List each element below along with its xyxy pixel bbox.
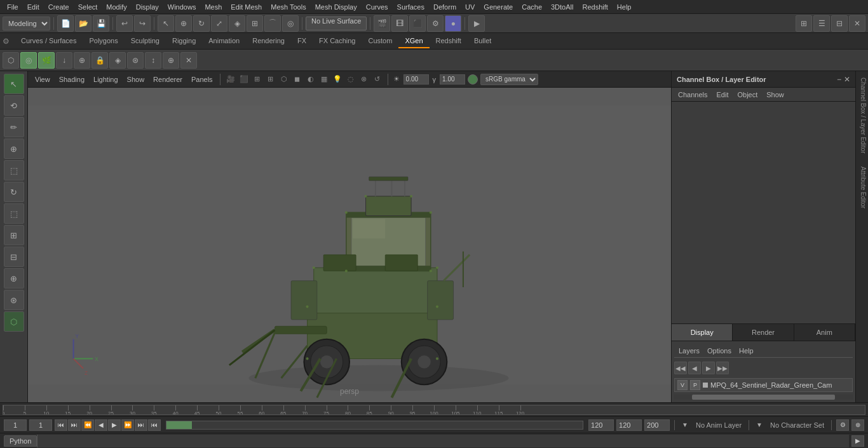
menu-modify[interactable]: Modify: [102, 2, 131, 12]
vp-film-btn[interactable]: ⬛: [238, 73, 250, 86]
play-back-btn[interactable]: ◀: [95, 419, 107, 431]
layer-next-single-btn[interactable]: ▶: [702, 362, 715, 374]
timeline-ruler[interactable]: 0510152025303540455055606570758085909510…: [3, 405, 865, 415]
undo-btn[interactable]: ↩: [116, 15, 133, 32]
tab-animation[interactable]: Animation: [202, 34, 246, 48]
vp-wireframe-btn[interactable]: ⬡: [278, 73, 290, 86]
tab-fx-caching[interactable]: FX Caching: [313, 34, 362, 48]
tab-bullet[interactable]: Bullet: [468, 34, 498, 48]
vp-menu-panels[interactable]: Panels: [188, 74, 216, 85]
menu-mesh-tools[interactable]: Mesh Tools: [266, 2, 310, 12]
xgen-icon3[interactable]: 🌿: [38, 52, 55, 69]
snap-surface-btn[interactable]: ◈: [229, 15, 245, 32]
tab-rendering[interactable]: Rendering: [246, 34, 291, 48]
grid-tool[interactable]: ⊞: [4, 225, 24, 245]
exposure-input[interactable]: [403, 74, 429, 85]
render-circle-btn[interactable]: ●: [445, 15, 461, 32]
xgen-icon10[interactable]: ⊕: [163, 52, 179, 69]
tab-curves-surfaces[interactable]: Curves / Surfaces: [15, 34, 83, 48]
paint-tool[interactable]: ✏: [4, 117, 24, 137]
menu-edit[interactable]: Edit: [23, 2, 44, 12]
add-tool[interactable]: ⊕: [4, 139, 24, 159]
vp-menu-show[interactable]: Show: [124, 74, 148, 85]
tab-xgen[interactable]: XGen: [398, 34, 429, 48]
vp-grid-btn[interactable]: ⊞: [264, 73, 277, 86]
redo-btn[interactable]: ↪: [134, 15, 151, 32]
vp-light-btn[interactable]: 💡: [331, 73, 344, 86]
plus-tool[interactable]: ⊕: [4, 268, 24, 288]
channel-box-edge-label[interactable]: Channel Box / Layer Editor: [856, 71, 868, 160]
python-exec-btn[interactable]: ▶: [851, 435, 864, 447]
channel-box-close[interactable]: ✕: [844, 75, 850, 84]
color-space-select[interactable]: sRGB gamma: [480, 74, 538, 85]
workspace-selector[interactable]: Modeling: [3, 17, 50, 31]
vp-menu-renderer[interactable]: Renderer: [150, 74, 186, 85]
vp-cam-btn[interactable]: 🎥: [224, 73, 237, 86]
menu-3dtoall[interactable]: 3DtoAll: [546, 2, 578, 12]
vp-snap-btn[interactable]: ⊞: [251, 73, 264, 86]
step-back-btn[interactable]: ⏪: [81, 419, 94, 431]
vp-ao-btn[interactable]: ⊗: [358, 73, 370, 86]
menu-deform[interactable]: Deform: [429, 2, 461, 12]
attribute-editor-edge-label[interactable]: Attribute Editor: [856, 160, 868, 215]
render-settings-btn[interactable]: ⚙: [427, 15, 444, 32]
transform-btn[interactable]: ⊕: [175, 15, 192, 32]
char-set-dropdown[interactable]: ▼: [754, 421, 765, 428]
tab-settings-icon[interactable]: ⚙: [3, 37, 10, 46]
menu-create[interactable]: Create: [44, 2, 74, 12]
tab-polygons[interactable]: Polygons: [83, 34, 124, 48]
xgen-icon7[interactable]: ◈: [109, 52, 126, 69]
magnet-btn[interactable]: ◎: [282, 15, 299, 32]
anim-layer-dropdown[interactable]: ▼: [679, 421, 691, 428]
snap-grid-btn[interactable]: ⊞: [247, 15, 263, 32]
ipr-btn[interactable]: ⬛: [409, 15, 426, 32]
char-set-settings-btn[interactable]: ⊕: [851, 419, 864, 431]
close-panel-btn[interactable]: ✕: [849, 15, 865, 32]
vp-texture-btn[interactable]: ▦: [318, 73, 330, 86]
rect-tool[interactable]: ⬚: [4, 203, 24, 224]
menu-surfaces[interactable]: Surfaces: [393, 2, 429, 12]
layer-playback-btn[interactable]: P: [690, 380, 700, 390]
menu-select[interactable]: Select: [74, 2, 102, 12]
tab-redshift[interactable]: Redshift: [430, 34, 468, 48]
step-fwd-btn[interactable]: ⏩: [121, 419, 134, 431]
vp-shadow-btn[interactable]: ◌: [344, 73, 357, 86]
tab-fx[interactable]: FX: [291, 34, 313, 48]
xgen-icon9[interactable]: ↕: [145, 52, 161, 69]
live-surface-btn[interactable]: No Live Surface: [306, 17, 367, 31]
anim-end-input[interactable]: [616, 419, 642, 431]
layers-menu-options[interactable]: Options: [704, 346, 735, 356]
max-frame-input[interactable]: [644, 419, 670, 431]
cb-menu-edit[interactable]: Edit: [712, 90, 732, 100]
star-tool[interactable]: ⊛: [4, 290, 24, 310]
menu-mesh-display[interactable]: Mesh Display: [311, 2, 362, 12]
tab-sculpting[interactable]: Sculpting: [125, 34, 166, 48]
move-tool[interactable]: ⟲: [4, 95, 24, 116]
rotate-btn[interactable]: ↻: [193, 15, 210, 32]
xgen-icon4[interactable]: ↓: [56, 52, 72, 69]
menu-file[interactable]: File: [3, 2, 23, 12]
vp-shaded-btn[interactable]: ◐: [304, 73, 317, 86]
channel-box-minimize[interactable]: −: [837, 75, 841, 84]
layers-scrollbar-thumb[interactable]: [692, 395, 835, 400]
xgen-icon6[interactable]: 🔒: [92, 52, 108, 69]
open-file-btn[interactable]: 📂: [75, 15, 92, 32]
menu-edit-mesh[interactable]: Edit Mesh: [226, 2, 266, 12]
layout-btn[interactable]: ⊞: [796, 15, 812, 32]
current-frame-input[interactable]: [4, 419, 27, 431]
rotate-tool[interactable]: ↻: [4, 182, 24, 202]
scale-btn[interactable]: ⤢: [211, 15, 227, 32]
rt-tab-anim[interactable]: Anim: [794, 324, 855, 341]
xgen-leaf-tool[interactable]: ⬡: [4, 311, 24, 332]
xgen-icon8[interactable]: ⊛: [127, 52, 144, 69]
rt-tab-display[interactable]: Display: [672, 324, 733, 341]
menu-windows[interactable]: Windows: [163, 2, 201, 12]
render-btn[interactable]: 🎬: [374, 15, 390, 32]
go-prev-key-btn[interactable]: ⏭: [68, 419, 81, 431]
frame-range-bar[interactable]: [166, 421, 583, 430]
menu-generate[interactable]: Generate: [479, 2, 517, 12]
menu-help[interactable]: Help: [613, 2, 636, 12]
vp-refresh-btn[interactable]: ↺: [371, 73, 384, 86]
xgen-icon11[interactable]: ✕: [180, 52, 197, 69]
go-start-btn[interactable]: ⏮: [55, 419, 67, 431]
